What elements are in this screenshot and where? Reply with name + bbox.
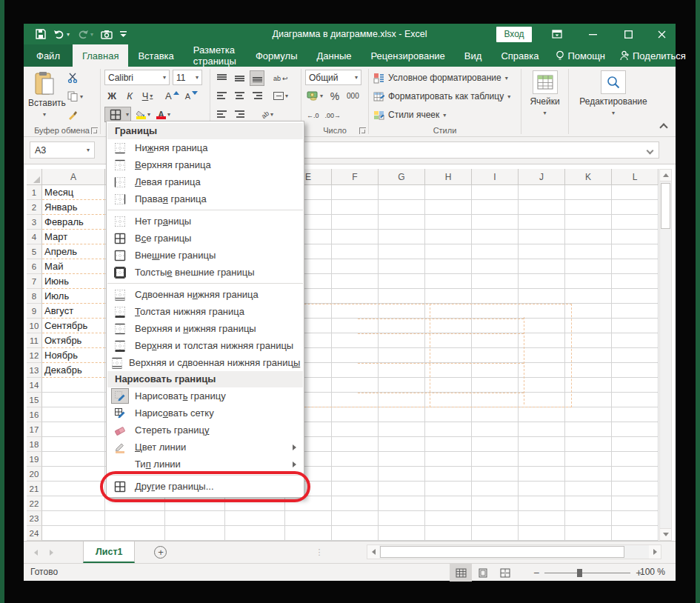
cells-button[interactable]: Ячейки ▾ bbox=[524, 70, 566, 117]
menu-item[interactable]: Сдвоенная нижняя граница bbox=[107, 286, 304, 303]
row-header-23[interactable]: 23 bbox=[27, 511, 42, 526]
grid-cell-K1[interactable] bbox=[565, 185, 612, 200]
paste-button[interactable]: Вставить ▾ bbox=[28, 70, 61, 124]
editing-button[interactable]: Редактирование ▾ bbox=[573, 70, 654, 117]
row-header-20[interactable]: 20 bbox=[27, 467, 42, 482]
grid-cell-G16[interactable] bbox=[379, 407, 425, 422]
grid-cell-J7[interactable] bbox=[519, 274, 565, 289]
grid-cell-H11[interactable] bbox=[425, 333, 472, 348]
column-header-J[interactable]: J bbox=[519, 169, 565, 185]
page-break-view-button[interactable] bbox=[494, 564, 516, 582]
grid-cell-G7[interactable] bbox=[379, 274, 425, 289]
grid-cell-J8[interactable] bbox=[519, 289, 565, 304]
grid-cell-K15[interactable] bbox=[565, 393, 612, 407]
row-header-13[interactable]: 13 bbox=[27, 363, 42, 378]
grid-cell-L21[interactable] bbox=[612, 482, 659, 496]
grid-cell-A24[interactable] bbox=[42, 526, 105, 541]
grid-cell-H10[interactable] bbox=[425, 319, 472, 333]
grid-cell-A13[interactable]: Декабрь bbox=[42, 363, 105, 378]
grid-cell-K12[interactable] bbox=[565, 348, 612, 363]
vertical-scroll-thumb[interactable] bbox=[661, 183, 670, 229]
grid-cell-A4[interactable]: Март bbox=[42, 230, 105, 244]
grid-cell-G21[interactable] bbox=[379, 482, 425, 496]
grid-cell-K19[interactable] bbox=[565, 452, 612, 467]
grid-cell-A9[interactable]: Август bbox=[42, 304, 105, 319]
italic-button[interactable]: К bbox=[122, 88, 137, 104]
collapse-ribbon-icon[interactable] bbox=[659, 123, 667, 131]
grid-cell-L5[interactable] bbox=[612, 244, 659, 259]
grid-cell-K11[interactable] bbox=[565, 333, 612, 348]
grid-cell-G15[interactable] bbox=[379, 393, 425, 407]
grid-cell-L9[interactable] bbox=[612, 304, 659, 319]
row-header-17[interactable]: 17 bbox=[27, 422, 42, 437]
font-size-combo[interactable]: 11 ▾ bbox=[173, 70, 202, 85]
align-center-button[interactable] bbox=[232, 88, 247, 104]
grid-cell-H9[interactable] bbox=[425, 304, 472, 319]
row-header-8[interactable]: 8 bbox=[27, 289, 42, 304]
grid-cell-I6[interactable] bbox=[472, 259, 519, 274]
menu-item[interactable]: Цвет линии bbox=[107, 439, 304, 456]
grid-cell-H13[interactable] bbox=[425, 363, 472, 378]
row-header-15[interactable]: 15 bbox=[27, 393, 42, 407]
row-header-4[interactable]: 4 bbox=[27, 230, 42, 244]
grid-cell-A3[interactable]: Февраль bbox=[42, 215, 105, 230]
grid-cell-I10[interactable] bbox=[472, 319, 519, 333]
row-header-9[interactable]: 9 bbox=[27, 304, 42, 319]
menu-item[interactable]: Толстая нижняя граница bbox=[107, 303, 304, 320]
column-header-F[interactable]: F bbox=[332, 169, 379, 185]
column-header-L[interactable]: L bbox=[612, 169, 659, 185]
grid-cell-F9[interactable] bbox=[332, 304, 379, 319]
increase-indent-button[interactable] bbox=[232, 107, 247, 122]
grid-cell-L12[interactable] bbox=[612, 348, 659, 363]
grid-cell-K5[interactable] bbox=[565, 244, 612, 259]
conditional-formatting-button[interactable]: Условное форматирование ▾ bbox=[373, 70, 508, 86]
close-button[interactable] bbox=[648, 24, 676, 44]
tab-главная[interactable]: Главная bbox=[73, 44, 128, 67]
grid-cell-G9[interactable] bbox=[379, 304, 425, 319]
grid-cell-J4[interactable] bbox=[519, 230, 565, 244]
grid-cell-B23[interactable] bbox=[105, 511, 165, 526]
align-bottom-button[interactable] bbox=[250, 70, 264, 86]
grid-cell-K17[interactable] bbox=[565, 422, 612, 437]
grid-cell-A18[interactable] bbox=[42, 437, 105, 452]
grid-cell-J14[interactable] bbox=[519, 378, 565, 393]
zoom-level-label[interactable]: 100 % bbox=[640, 567, 665, 577]
row-header-10[interactable]: 10 bbox=[27, 319, 42, 333]
row-header-24[interactable]: 24 bbox=[27, 526, 42, 541]
grid-cell-I23[interactable] bbox=[472, 511, 519, 526]
grid-cell-L23[interactable] bbox=[612, 511, 659, 526]
grid-cell-I1[interactable] bbox=[472, 185, 519, 200]
grid-cell-J22[interactable] bbox=[519, 496, 565, 511]
scroll-down-button[interactable] bbox=[660, 528, 671, 540]
grid-cell-H14[interactable] bbox=[425, 378, 472, 393]
grid-cell-I8[interactable] bbox=[472, 289, 519, 304]
grid-cell-F1[interactable] bbox=[332, 185, 379, 200]
copy-button[interactable]: ▾ bbox=[65, 88, 85, 104]
grid-cell-L22[interactable] bbox=[612, 496, 659, 511]
grid-cell-A16[interactable] bbox=[42, 407, 105, 422]
grid-cell-J10[interactable] bbox=[519, 319, 565, 333]
grid-cell-F4[interactable] bbox=[332, 230, 379, 244]
grid-cell-E23[interactable] bbox=[285, 511, 332, 526]
accounting-format-button[interactable]: ▾ bbox=[305, 88, 324, 104]
grid-cell-F18[interactable] bbox=[332, 437, 379, 452]
column-header-K[interactable]: K bbox=[565, 169, 612, 185]
grid-cell-E24[interactable] bbox=[285, 526, 332, 541]
grid-cell-F8[interactable] bbox=[332, 289, 379, 304]
grid-cell-L1[interactable] bbox=[612, 185, 659, 200]
grid-cell-K18[interactable] bbox=[565, 437, 612, 452]
grid-cell-G19[interactable] bbox=[379, 452, 425, 467]
row-header-22[interactable]: 22 bbox=[27, 496, 42, 511]
grid-cell-H3[interactable] bbox=[425, 215, 472, 230]
grid-cell-G2[interactable] bbox=[379, 200, 425, 215]
grid-cell-J17[interactable] bbox=[519, 422, 565, 437]
grid-cell-L8[interactable] bbox=[612, 289, 659, 304]
grid-cell-K13[interactable] bbox=[565, 363, 612, 378]
tab-вставка[interactable]: Вставка bbox=[128, 44, 183, 67]
tab-file[interactable]: Файл bbox=[24, 44, 73, 67]
grid-cell-J20[interactable] bbox=[519, 467, 565, 482]
row-header-12[interactable]: 12 bbox=[27, 348, 42, 363]
grid-cell-I22[interactable] bbox=[472, 496, 519, 511]
select-all-corner[interactable] bbox=[27, 169, 42, 185]
grid-cell-I5[interactable] bbox=[472, 244, 519, 259]
